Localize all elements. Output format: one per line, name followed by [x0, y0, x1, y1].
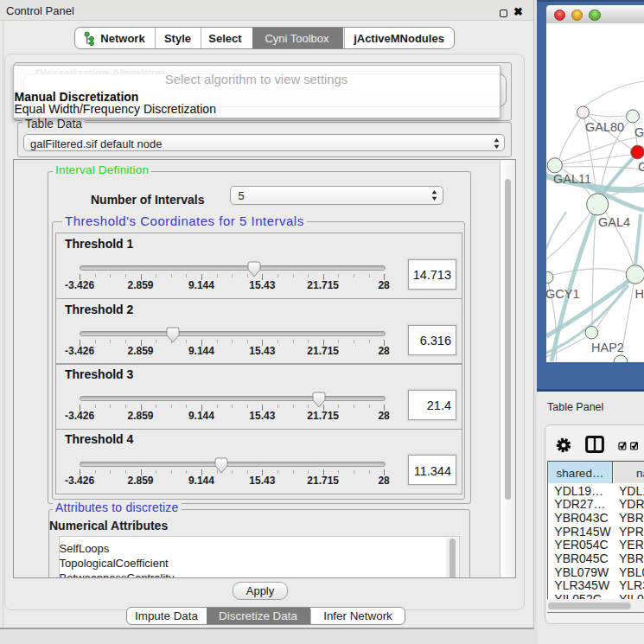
svg-text:H: H [635, 287, 644, 301]
svg-text:GAL11: GAL11 [553, 172, 591, 186]
svg-text:HAP2: HAP2 [591, 341, 624, 354]
svg-text:G: G [638, 160, 644, 174]
svg-text:GCY1: GCY1 [546, 287, 580, 301]
svg-text:GAL80: GAL80 [585, 120, 624, 134]
svg-text:GAL4: GAL4 [598, 215, 630, 229]
svg-text:GA: GA [634, 125, 644, 139]
